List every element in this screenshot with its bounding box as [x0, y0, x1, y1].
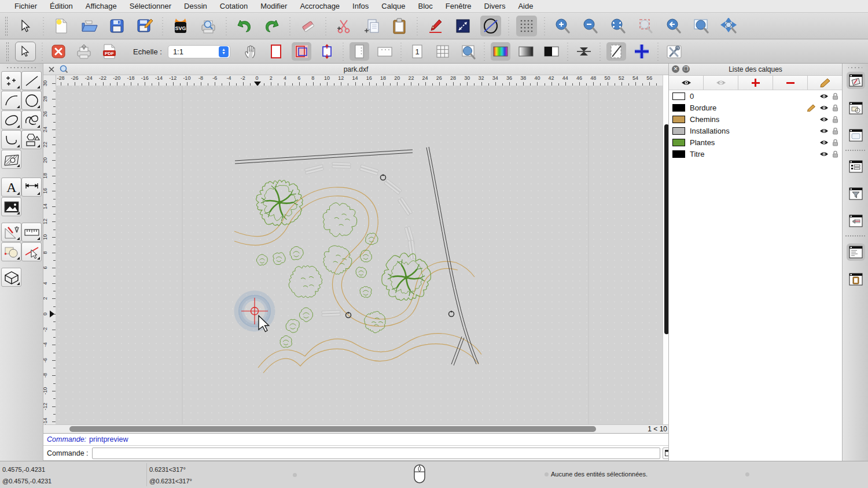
line-tool-button[interactable] [21, 71, 42, 90]
command-line-panel-toggle[interactable] [847, 243, 865, 261]
arc-tool-button[interactable] [1, 91, 21, 110]
grayscale-mode-button[interactable] [516, 42, 536, 61]
new-file-button[interactable] [51, 16, 72, 36]
print-button[interactable] [74, 42, 94, 61]
hide-preview-button[interactable] [480, 16, 501, 36]
draft-tools-button[interactable] [1, 223, 21, 242]
layer-visible-icon[interactable] [819, 139, 829, 146]
layer-row-chemins[interactable]: Chemins [669, 113, 842, 125]
hatch-tool-button[interactable] [1, 150, 21, 169]
circle-tool-button[interactable] [21, 91, 42, 110]
panel-undock-icon[interactable]: ❐ [682, 65, 690, 73]
toolbar-drag-handle[interactable] [5, 16, 8, 36]
measure-tool-button[interactable] [21, 223, 42, 242]
draw-order-button[interactable] [453, 16, 473, 36]
close-preview-button[interactable] [49, 42, 68, 61]
block-panel-toggle[interactable] [847, 99, 865, 117]
menu-edition[interactable]: Édition [43, 2, 79, 10]
layer-lock-icon[interactable] [832, 139, 838, 146]
scale-combobox[interactable]: 1:1 ▲▼ [168, 45, 230, 58]
landscape-button[interactable] [375, 42, 395, 61]
horizontal-scrollbar-thumb[interactable] [69, 426, 596, 432]
center-marker-button[interactable] [574, 42, 594, 61]
copy-button[interactable] [361, 16, 382, 36]
crosshair-button[interactable] [632, 42, 652, 61]
point-tool-button[interactable] [1, 71, 21, 90]
modify-tool-button[interactable] [1, 242, 21, 261]
menu-divers[interactable]: Divers [478, 2, 512, 10]
layer-row-titre[interactable]: Titre [669, 148, 842, 160]
zoom-selection-button[interactable] [635, 16, 656, 36]
menu-bloc[interactable]: Bloc [411, 2, 439, 10]
layer-lock-icon[interactable] [832, 116, 838, 123]
attributes-pen-button[interactable] [425, 16, 446, 36]
menu-affichage[interactable]: Affichage [79, 2, 123, 10]
menu-accrochage[interactable]: Accrochage [293, 2, 346, 10]
fit-page-button[interactable] [317, 42, 337, 61]
dimension-tool-button[interactable] [21, 178, 42, 197]
spline-tool-button[interactable] [21, 110, 42, 130]
multi-page-grid-button[interactable] [433, 42, 453, 61]
single-page-button[interactable]: 1 [407, 42, 427, 61]
solid-3d-tool-button[interactable] [1, 268, 21, 287]
polyline-tool-button[interactable] [1, 130, 21, 149]
toolbar2-drag-handle[interactable] [6, 42, 9, 61]
color-mode-button[interactable] [491, 42, 510, 61]
save-as-button[interactable] [134, 16, 155, 36]
command-echo-panel-toggle[interactable] [847, 212, 865, 230]
menu-cotation[interactable]: Cotation [214, 2, 254, 10]
open-file-button[interactable] [79, 16, 100, 36]
page-setup-button[interactable] [606, 42, 626, 61]
layer-row-bordure[interactable]: Bordure [669, 102, 842, 113]
save-button[interactable] [106, 16, 127, 36]
remove-layer-button[interactable] [773, 76, 808, 90]
paper-border-button[interactable] [266, 42, 286, 61]
layer-visible-icon[interactable] [819, 93, 829, 99]
zoom-in-button[interactable] [552, 16, 573, 36]
print-preview-button[interactable] [198, 16, 219, 36]
zoom-previous-button[interactable] [663, 16, 684, 36]
layer-lock-icon[interactable] [832, 93, 838, 100]
preview-select-button[interactable] [15, 42, 36, 61]
layer-row-0[interactable]: 0 [669, 90, 842, 102]
add-layer-button[interactable] [738, 76, 773, 90]
layer-visible-icon[interactable] [819, 116, 829, 123]
menu-fenetre[interactable]: Fenêtre [439, 2, 478, 10]
pan-hand-button[interactable] [241, 42, 260, 61]
filter-panel-toggle[interactable] [847, 185, 865, 202]
hide-all-layers-button[interactable] [704, 76, 738, 90]
panel-close-icon[interactable]: ✕ [672, 65, 679, 73]
layer-lock-icon[interactable] [832, 127, 838, 135]
portrait-button[interactable] [350, 42, 369, 61]
text-tool-button[interactable]: A [1, 178, 21, 197]
select-tool-button[interactable] [15, 16, 36, 36]
stepper-icon[interactable]: ▲▼ [219, 46, 229, 57]
library-panel-toggle[interactable] [847, 127, 865, 144]
layer-visible-icon[interactable] [819, 105, 829, 111]
delete-button[interactable] [297, 16, 318, 36]
layer-visible-icon[interactable] [819, 151, 829, 157]
trim-tool-button[interactable] [21, 242, 42, 261]
polygon-tool-button[interactable] [21, 130, 42, 149]
clipboard-panel-toggle[interactable] [847, 271, 865, 288]
horizontal-scrollbar[interactable]: 1 < 10 [43, 424, 670, 433]
paper-overlap-button[interactable] [292, 42, 311, 61]
menu-infos[interactable]: Infos [346, 2, 375, 10]
menu-aide[interactable]: Aide [512, 2, 539, 10]
menu-selectionner[interactable]: Sélectionner [123, 2, 178, 10]
svg-export-button[interactable]: SVG [170, 16, 191, 36]
drawing-canvas[interactable] [56, 86, 663, 424]
command-input[interactable] [92, 448, 660, 459]
list-panel-toggle[interactable] [847, 158, 865, 175]
layer-visible-icon[interactable] [819, 128, 829, 134]
menu-modifier[interactable]: Modifier [254, 2, 293, 10]
edit-layer-button[interactable] [808, 76, 842, 90]
zoom-auto-button[interactable] [608, 16, 628, 36]
zoom-out-button[interactable] [580, 16, 601, 36]
show-all-layers-button[interactable] [669, 76, 704, 90]
redo-button[interactable] [262, 16, 282, 36]
cut-button[interactable] [333, 16, 354, 36]
menu-calque[interactable]: Calque [375, 2, 411, 10]
layer-panel-toggle[interactable] [847, 72, 865, 89]
layer-row-installations[interactable]: Installations [669, 125, 842, 136]
